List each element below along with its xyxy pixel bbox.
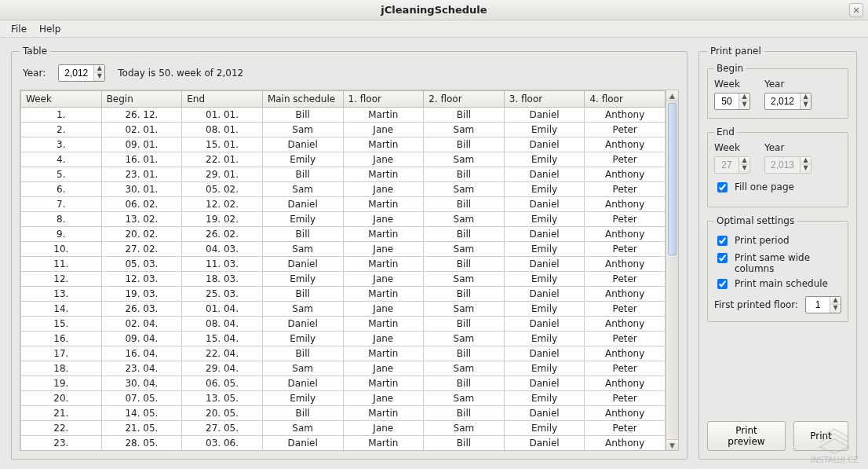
cell: Sam: [262, 421, 343, 436]
cell: 25. 03.: [182, 287, 263, 302]
cell: Anthony: [585, 137, 666, 152]
cell: Martin: [343, 346, 424, 361]
table-row[interactable]: 14.26. 03.01. 04.SamJaneSamEmilyPeter: [21, 302, 666, 317]
down-icon[interactable]: ▼: [830, 305, 841, 313]
end-week-spinner: ▲▼: [714, 156, 750, 174]
column-header[interactable]: Begin: [101, 91, 182, 108]
scroll-thumb[interactable]: [668, 103, 677, 255]
cell: Jane: [343, 123, 424, 137]
cell: Bill: [424, 197, 505, 212]
table-row[interactable]: 8.13. 02.19. 02.EmilyJaneSamEmilyPeter: [21, 212, 666, 227]
table-row[interactable]: 11.05. 03.11. 03.DanielMartinBillDanielA…: [21, 257, 666, 272]
fill-one-page-checkbox[interactable]: [717, 182, 728, 192]
down-icon[interactable]: ▼: [739, 101, 749, 109]
begin-week-input[interactable]: [715, 93, 739, 109]
year-input[interactable]: [59, 65, 93, 81]
cell: 18. 03.: [182, 272, 263, 287]
table-row[interactable]: 9.20. 02.26. 02.BillMartinBillDanielAnth…: [21, 227, 666, 242]
close-button[interactable]: ✕: [849, 3, 863, 17]
cell: 26. 12.: [101, 108, 182, 123]
cell: Daniel: [504, 346, 585, 361]
column-header[interactable]: 1. floor: [343, 91, 424, 108]
column-header[interactable]: Week: [21, 91, 102, 108]
cell: Martin: [343, 287, 424, 302]
vertical-scrollbar[interactable]: ▲ ▼: [666, 90, 678, 450]
cell: 09. 04.: [101, 332, 182, 346]
cell: Jane: [343, 361, 424, 376]
begin-year-input[interactable]: [765, 93, 800, 109]
table-row[interactable]: 6.30. 01.05. 02.SamJaneSamEmilyPeter: [21, 182, 666, 197]
column-header[interactable]: Main schedule: [262, 91, 343, 108]
table-row[interactable]: 5.23. 01.29. 01.BillMartinBillDanielAnth…: [21, 167, 666, 182]
fill-one-page-check[interactable]: Fill one page: [714, 181, 841, 195]
print-period-check[interactable]: Print period: [714, 235, 841, 248]
cell: Peter: [585, 182, 666, 197]
print-period-checkbox[interactable]: [717, 236, 728, 246]
end-week-label: Week: [714, 142, 750, 153]
table-row[interactable]: 17.16. 04.22. 04.BillMartinBillDanielAnt…: [21, 346, 666, 361]
table-row[interactable]: 19.30. 04.06. 05.DanielMartinBillDanielA…: [21, 376, 666, 391]
cell: Emily: [504, 272, 585, 287]
print-main-check[interactable]: Print main schedule: [714, 278, 841, 291]
down-icon[interactable]: ▼: [801, 101, 811, 109]
column-header[interactable]: 3. floor: [504, 91, 585, 108]
table-row[interactable]: 4.16. 01.22. 01.EmilyJaneSamEmilyPeter: [21, 152, 666, 167]
cell: 23. 01.: [101, 167, 182, 182]
table-row[interactable]: 16.09. 04.15. 04.EmilyJaneSamEmilyPeter: [21, 332, 666, 346]
cell: Peter: [585, 152, 666, 167]
print-preview-button[interactable]: Print preview: [707, 421, 786, 451]
table-row[interactable]: 2.02. 01.08. 01.SamJaneSamEmilyPeter: [21, 123, 666, 137]
table-row[interactable]: 1.26. 12.01. 01.BillMartinBillDanielAnth…: [21, 108, 666, 123]
print-button[interactable]: Print: [793, 421, 848, 451]
cell: Emily: [262, 212, 343, 227]
cell: 06. 05.: [182, 376, 263, 391]
first-floor-spinner[interactable]: ▲▼: [805, 296, 841, 313]
column-header[interactable]: End: [182, 91, 263, 108]
cell: 12. 02.: [182, 197, 263, 212]
cell: Jane: [343, 242, 424, 257]
cell: Bill: [424, 436, 505, 451]
down-icon[interactable]: ▼: [94, 73, 104, 81]
first-floor-input[interactable]: [806, 297, 830, 313]
cell: 14. 05.: [101, 406, 182, 421]
table-row[interactable]: 10.27. 02.04. 03.SamJaneSamEmilyPeter: [21, 242, 666, 257]
cell: Jane: [343, 182, 424, 197]
cell: Emily: [504, 332, 585, 346]
table-row[interactable]: 23.28. 05.03. 06.DanielMartinBillDanielA…: [21, 436, 666, 451]
cell: 22. 04.: [182, 346, 263, 361]
cell: Daniel: [262, 376, 343, 391]
cell: Emily: [504, 182, 585, 197]
table-row[interactable]: 22.21. 05.27. 05.SamJaneSamEmilyPeter: [21, 421, 666, 436]
menu-help[interactable]: Help: [33, 22, 67, 36]
print-same-wide-checkbox[interactable]: [717, 253, 728, 263]
begin-legend: Begin: [714, 63, 746, 74]
table-row[interactable]: 13.19. 03.25. 03.BillMartinBillDanielAnt…: [21, 287, 666, 302]
menu-file[interactable]: File: [5, 22, 33, 36]
table-row[interactable]: 18.23. 04.29. 04.SamJaneSamEmilyPeter: [21, 361, 666, 376]
cell: 23. 04.: [101, 361, 182, 376]
table-row[interactable]: 21.14. 05.20. 05.BillMartinBillDanielAnt…: [21, 406, 666, 421]
column-header[interactable]: 2. floor: [424, 91, 505, 108]
optimal-legend: Optimal settings: [714, 215, 797, 226]
table-row[interactable]: 3.09. 01.15. 01.DanielMartinBillDanielAn…: [21, 137, 666, 152]
print-same-wide-check[interactable]: Print same wide columns: [714, 252, 841, 274]
column-header[interactable]: 4. floor: [585, 91, 666, 108]
table-row[interactable]: 20.07. 05.13. 05.EmilyJaneSamEmilyPeter: [21, 391, 666, 406]
cell: Emily: [262, 272, 343, 287]
cell: Martin: [343, 227, 424, 242]
table-row[interactable]: 7.06. 02.12. 02.DanielMartinBillDanielAn…: [21, 197, 666, 212]
table-row[interactable]: 15.02. 04.08. 04.DanielMartinBillDanielA…: [21, 317, 666, 332]
cell: 13. 02.: [101, 212, 182, 227]
cell: 19.: [21, 376, 102, 391]
print-main-checkbox[interactable]: [717, 279, 728, 289]
scroll-down-icon[interactable]: ▼: [666, 439, 678, 450]
cell: Anthony: [585, 317, 666, 332]
cell: Anthony: [585, 406, 666, 421]
scroll-track[interactable]: [666, 101, 678, 439]
begin-year-spinner[interactable]: ▲▼: [764, 93, 811, 110]
table-row[interactable]: 12.12. 03.18. 03.EmilyJaneSamEmilyPeter: [21, 272, 666, 287]
cell: Bill: [262, 108, 343, 123]
begin-week-spinner[interactable]: ▲▼: [714, 93, 750, 110]
year-spinner[interactable]: ▲▼: [58, 64, 105, 82]
scroll-up-icon[interactable]: ▲: [666, 90, 678, 101]
